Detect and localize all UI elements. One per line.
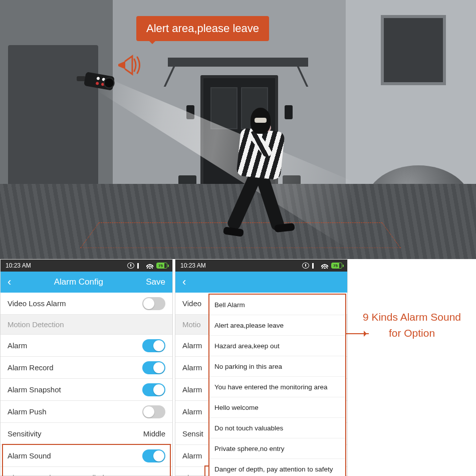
app-bar: ‹ Alarm Config Save [1, 272, 172, 293]
alarm-sound-dropdown[interactable]: Bell Alarm Alert area,please leave Hazar… [208, 294, 346, 476]
settings-list: Video Loss Alarm Motion Detection Alarm … [1, 293, 172, 475]
sound-option[interactable]: Alert area,please leave [209, 315, 345, 336]
wifi-icon [146, 263, 153, 269]
signal-icon [312, 263, 318, 269]
toggle-alarm-push[interactable] [142, 405, 165, 418]
sound-option[interactable]: You have entered the monitoring area [209, 377, 345, 397]
battery-icon: 75 [331, 263, 342, 269]
row-alarm-sound-type[interactable]: Alarm Sound Type Bell Alarm [1, 467, 172, 475]
row-video-loss[interactable]: Video Loss Alarm [1, 293, 172, 315]
phone-screenshot-2: 10:23 AM 75 ‹ Video Motio Alarm Alarm Al… [175, 259, 348, 476]
window [381, 15, 446, 85]
garage-door [8, 45, 98, 185]
status-icons: 75 [127, 263, 167, 269]
status-icons: 75 [302, 263, 342, 269]
alarm-clock-icon [127, 263, 134, 269]
intruder-figure [220, 108, 296, 243]
wall-lamp [186, 105, 194, 119]
row-label: Video Loss Alarm [8, 299, 66, 308]
toggle-alarm-record[interactable] [142, 361, 165, 374]
sound-option[interactable]: Do not touch valuables [209, 418, 345, 438]
wifi-icon [321, 263, 328, 269]
arrow-icon [346, 333, 369, 334]
status-time: 10:23 AM [6, 262, 31, 269]
appbar-title: Alarm Config [11, 277, 146, 287]
row-alarm[interactable]: Alarm [1, 335, 172, 357]
awning [168, 58, 308, 67]
row-alarm-snapshot[interactable]: Alarm Snapshot [1, 379, 172, 401]
row-alarm-push[interactable]: Alarm Push [1, 401, 172, 423]
toggle-alarm-snapshot[interactable] [142, 383, 165, 396]
row-alarm-sound[interactable]: Alarm Sound [1, 445, 172, 467]
back-button[interactable]: ‹ [8, 277, 11, 288]
save-button[interactable]: Save [146, 277, 165, 287]
speech-bubble: Alert area,please leave [136, 16, 269, 41]
toggle-alarm-sound[interactable] [142, 449, 165, 462]
status-time: 10:23 AM [180, 262, 206, 269]
sound-option[interactable]: Hazard area,keep out [209, 336, 345, 356]
megaphone-icon [114, 49, 142, 79]
alarm-sound-type-value: Bell Alarm [83, 473, 117, 475]
back-button[interactable]: ‹ [182, 277, 186, 288]
sound-option[interactable]: Danger of depth, pay attention to safety [209, 459, 345, 476]
battery-icon: 75 [156, 263, 167, 269]
status-bar: 10:23 AM 75 [175, 260, 347, 272]
sensitivity-value: Middle [143, 429, 165, 438]
sound-option[interactable]: No parking in this area [209, 356, 345, 377]
sound-option[interactable]: Private sphere,no entry [209, 438, 345, 459]
toggle-alarm[interactable] [142, 339, 165, 352]
toggle-video-loss[interactable] [142, 297, 165, 310]
caption-line1: 9 Kinds Alarm Sound [363, 309, 461, 325]
row-alarm-record[interactable]: Alarm Record [1, 357, 172, 379]
hero-promo-image: Alert area,please leave [0, 0, 476, 259]
signal-icon [137, 263, 143, 269]
caption-line2: for Option [389, 325, 435, 341]
alarm-clock-icon [302, 263, 309, 269]
app-bar: ‹ [175, 272, 347, 293]
sound-option[interactable]: Hello welcome [209, 397, 345, 418]
security-camera-icon [77, 70, 117, 93]
row-sensitivity[interactable]: Sensitivity Middle [1, 423, 172, 445]
status-bar: 10:23 AM 75 [1, 260, 172, 272]
sound-option[interactable]: Bell Alarm [209, 295, 345, 315]
caption-panel: 9 Kinds Alarm Sound for Option [348, 259, 476, 476]
phones-row: 10:23 AM 75 ‹ Alarm Config Save Video Lo… [0, 259, 476, 476]
section-motion: Motion Detection [1, 315, 172, 335]
phone-screenshot-1: 10:23 AM 75 ‹ Alarm Config Save Video Lo… [0, 259, 173, 476]
garage [0, 0, 113, 200]
